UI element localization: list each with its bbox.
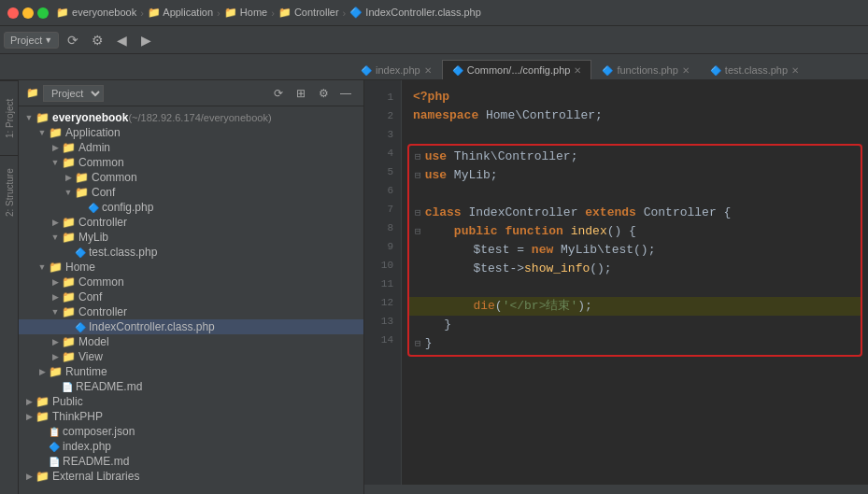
line-num-7: 7 xyxy=(372,200,393,219)
code-area[interactable]: 1 2 3 4 5 6 7 8 9 10 11 12 13 14 <?php xyxy=(364,80,868,485)
php-file-icon: 🔷 xyxy=(75,247,86,258)
maximize-dot[interactable] xyxy=(37,7,49,19)
item-label: README.md xyxy=(63,455,129,468)
tree-item-config-php[interactable]: 🔷 config.php xyxy=(19,200,363,215)
project-selector[interactable]: Project ▼ xyxy=(4,32,59,49)
close-dot[interactable] xyxy=(7,7,19,19)
tree-item-composer[interactable]: 📋 composer.json xyxy=(19,424,363,439)
json-file-icon: 📋 xyxy=(49,427,60,437)
tree-item-common-common[interactable]: ▶ 📁 Common xyxy=(19,170,363,185)
collapse-icon[interactable]: — xyxy=(335,83,356,104)
tab-close-icon[interactable]: ✕ xyxy=(424,65,432,76)
folder-icon: 📁 xyxy=(49,261,63,274)
expand-arrow: ▼ xyxy=(49,158,62,167)
settings-icon[interactable]: ⚙ xyxy=(313,83,334,104)
folder-icon: 📁 xyxy=(36,470,50,483)
code-line-4: ⊟ use Think\Controller; xyxy=(415,148,855,166)
item-label: Home xyxy=(65,261,95,274)
horizontal-scrollbar[interactable] xyxy=(364,485,868,494)
left-side-strip: 1: Project 2: Structure xyxy=(0,80,19,494)
breadcrumb-controller: 📁 Controller xyxy=(278,7,339,19)
code-line-1: <?php xyxy=(413,88,857,106)
keyword-extends: extends xyxy=(585,204,636,222)
project-panel-toggle[interactable]: 1: Project xyxy=(0,80,19,155)
line-num-12: 12 xyxy=(372,293,393,312)
tree-root[interactable]: ▼ 📁 everyonebook (~/182.92.6.174/everyon… xyxy=(19,110,363,125)
tree-item-test-class[interactable]: 🔷 test.class.php xyxy=(19,245,363,260)
back-button[interactable]: ◀ xyxy=(111,30,132,50)
folder-icon: 📁 xyxy=(62,275,76,289)
sync-icon[interactable]: ⟳ xyxy=(268,83,289,104)
item-label: View xyxy=(78,350,103,363)
code-text: -> xyxy=(509,260,524,278)
item-label: ThinkPHP xyxy=(52,410,103,423)
line-num-6: 6 xyxy=(372,181,393,200)
tab-functions[interactable]: 🔷 functions.php ✕ xyxy=(591,60,699,79)
project-label: Project xyxy=(10,35,42,46)
tree-item-home-common[interactable]: ▶ 📁 Common xyxy=(19,275,363,289)
code-content[interactable]: <?php namespace Home\Controller; ⊟ use T… xyxy=(402,80,868,485)
tab-close-icon[interactable]: ✕ xyxy=(791,65,799,76)
tree-item-thinkphp[interactable]: ▶ 📁 ThinkPHP xyxy=(19,409,363,424)
tab-common-config[interactable]: 🔷 Common/.../config.php ✕ xyxy=(442,60,592,79)
code-line-6 xyxy=(415,185,855,204)
tab-label: functions.php xyxy=(617,64,677,76)
code-line-2: namespace Home\Controller; xyxy=(413,106,857,125)
expand-arrow: ▶ xyxy=(36,367,49,376)
code-text: MyLib; xyxy=(447,166,498,185)
tree-item-common[interactable]: ▼ 📁 Common xyxy=(19,155,363,170)
item-label: README.md xyxy=(76,380,142,393)
tree-item-ext-libs[interactable]: ▶ 📁 External Libraries xyxy=(19,469,363,484)
tree-item-indexcontroller[interactable]: 🔷 IndexController.class.php xyxy=(19,319,363,334)
tree-item-model[interactable]: ▶ 📁 Model xyxy=(19,334,363,349)
title-bar: 📁 everyonebook › 📁 Application › 📁 Home … xyxy=(0,0,868,26)
project-panel: 📁 Project ⟳ ⊞ ⚙ — ▼ 📁 everyonebook (~/18… xyxy=(19,80,364,494)
line-num-1: 1 xyxy=(372,88,393,106)
tree-item-home-controller[interactable]: ▼ 📁 Controller xyxy=(19,304,363,319)
tree-item-index-root[interactable]: 🔷 index.php xyxy=(19,439,363,454)
breadcrumb-project: 📁 everyonebook xyxy=(56,7,136,19)
tree-item-conf[interactable]: ▼ 📁 Conf xyxy=(19,185,363,200)
php-file-icon: 🔷 xyxy=(88,203,99,213)
tree-item-view[interactable]: ▶ 📁 View xyxy=(19,349,363,364)
structure-panel-toggle[interactable]: 2: Structure xyxy=(0,155,19,230)
tree-item-mylib[interactable]: ▼ 📁 MyLib xyxy=(19,230,363,245)
tree-item-readme-app[interactable]: 📄 README.md xyxy=(19,379,363,394)
expand-arrow: ▶ xyxy=(49,277,62,287)
tree-item-admin[interactable]: ▶ 📁 Admin xyxy=(19,140,363,155)
expand-arrow: ▶ xyxy=(22,472,36,481)
sync-button[interactable]: ⟳ xyxy=(63,30,83,50)
forward-button[interactable]: ▶ xyxy=(135,30,156,50)
tree-item-controller-app[interactable]: ▶ 📁 Controller xyxy=(19,215,363,230)
tab-test-class[interactable]: 🔷 test.class.php ✕ xyxy=(700,60,809,79)
tab-close-icon[interactable]: ✕ xyxy=(574,65,581,76)
code-line-9: $test = new MyLib\test(); xyxy=(415,241,855,260)
tree-item-home-conf[interactable]: ▶ 📁 Conf xyxy=(19,289,363,304)
tab-close-icon[interactable]: ✕ xyxy=(682,65,690,76)
keyword-namespace: namespace xyxy=(413,106,478,125)
code-line-5: ⊟ use MyLib; xyxy=(415,166,855,185)
tree-item-application[interactable]: ▼ 📁 Application xyxy=(19,125,363,140)
tree-item-home[interactable]: ▼ 📁 Home xyxy=(19,260,363,275)
tab-index[interactable]: 🔷 index.php ✕ xyxy=(350,60,442,79)
code-text: Think\Controller; xyxy=(447,148,577,166)
minimize-dot[interactable] xyxy=(22,7,34,19)
code-line-13: } xyxy=(415,316,855,334)
line-numbers: 1 2 3 4 5 6 7 8 9 10 11 12 13 14 xyxy=(364,80,402,485)
tree-item-runtime[interactable]: ▶ 📁 Runtime xyxy=(19,364,363,379)
settings-button[interactable]: ⚙ xyxy=(87,30,107,50)
php-file-icon: 🔷 xyxy=(75,322,86,332)
tree-item-public[interactable]: ▶ 📁 Public xyxy=(19,394,363,409)
item-label: Conf xyxy=(78,290,102,303)
code-line-14: ⊟ } xyxy=(415,334,855,353)
tabs-bar: 🔷 index.php ✕ 🔷 Common/.../config.php ✕ … xyxy=(0,54,868,80)
code-text xyxy=(425,222,454,241)
php-file-icon: 🔷 xyxy=(49,442,60,452)
md-file-icon: 📄 xyxy=(49,457,60,467)
php-icon: 🔷 xyxy=(710,65,721,76)
php-icon: 🔷 xyxy=(361,65,372,76)
expand-icon[interactable]: ⊞ xyxy=(291,83,311,104)
tree-item-readme-root[interactable]: 📄 README.md xyxy=(19,454,363,469)
item-label: Controller xyxy=(78,216,127,229)
project-dropdown[interactable]: Project xyxy=(43,85,104,102)
